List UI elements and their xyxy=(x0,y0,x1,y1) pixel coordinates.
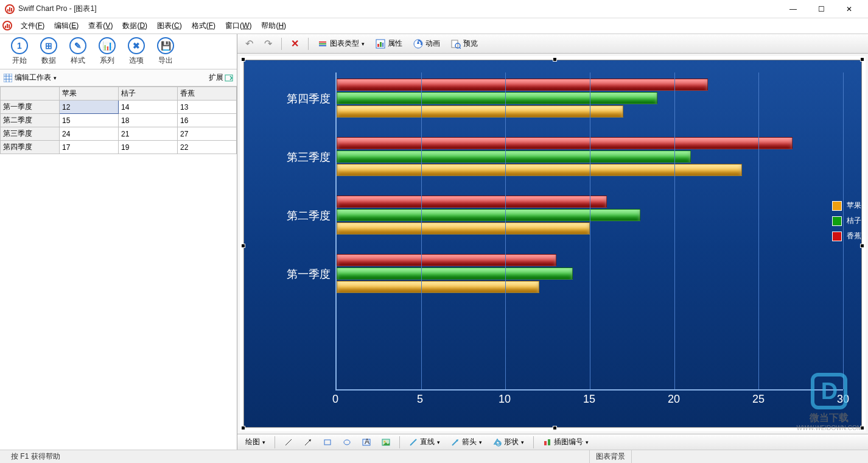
chart-type-button[interactable]: 图表类型 ▾ xyxy=(313,37,369,51)
grid-cell[interactable]: 15 xyxy=(60,114,119,127)
menu-数据[interactable]: 数据(D) xyxy=(117,19,152,33)
arrow-icon xyxy=(304,438,312,447)
row-header[interactable]: 第四季度 xyxy=(1,141,60,154)
grid-cell[interactable]: 13 xyxy=(178,101,237,114)
grid-cell[interactable]: 18 xyxy=(119,114,178,127)
grid-cell[interactable]: 24 xyxy=(60,127,119,141)
document-icon xyxy=(2,21,13,32)
export-icon: 💾 xyxy=(157,37,174,54)
menu-编辑[interactable]: 编辑(E) xyxy=(49,19,83,33)
shape-style-button[interactable]: 形状▾ xyxy=(489,435,528,450)
grid-cell[interactable]: 27 xyxy=(178,127,237,141)
chart-object[interactable]: 第四季度第三季度第二季度第一季度 051015202530 苹果桔子香蕉 xyxy=(243,60,862,428)
menu-帮助[interactable]: 帮助(H) xyxy=(256,19,291,33)
start-button[interactable]: 1开始 xyxy=(5,37,34,67)
rect-icon xyxy=(323,438,332,447)
minimize-button[interactable]: — xyxy=(779,0,807,18)
resize-handle[interactable] xyxy=(241,57,245,62)
resize-handle[interactable] xyxy=(860,426,864,430)
rect-tool[interactable] xyxy=(319,435,336,450)
bar-桔子[interactable] xyxy=(337,92,657,104)
col-header[interactable]: 苹果 xyxy=(60,87,119,101)
menu-查看[interactable]: 查看(V) xyxy=(83,19,117,33)
draw-menu-button[interactable]: 绘图▾ xyxy=(241,435,270,450)
data-button[interactable]: ⊞数据 xyxy=(34,37,63,67)
dropdown-icon: ▾ xyxy=(362,41,365,47)
text-tool[interactable]: A xyxy=(358,435,375,450)
line-style-icon xyxy=(409,438,418,447)
status-bar: 按 F1 获得帮助 图表背景 xyxy=(0,450,868,463)
chart-canvas[interactable]: 第四季度第三季度第二季度第一季度 051015202530 苹果桔子香蕉 xyxy=(240,56,866,431)
delete-button[interactable]: ✕ xyxy=(287,37,303,51)
close-button[interactable]: ✕ xyxy=(835,0,863,18)
arrow-tool[interactable] xyxy=(299,435,317,450)
bar-苹果[interactable] xyxy=(337,164,742,176)
bar-香蕉[interactable] xyxy=(337,79,708,91)
category-label: 第三季度 xyxy=(287,150,331,164)
ellipse-tool[interactable] xyxy=(338,435,355,450)
bar-苹果[interactable] xyxy=(337,105,623,118)
dropdown-icon[interactable]: ▾ xyxy=(54,75,57,81)
redo-button[interactable]: ↷ xyxy=(260,37,276,51)
properties-button[interactable]: 属性 xyxy=(371,37,407,51)
insert-number-button[interactable]: 插图编号▾ xyxy=(539,435,593,450)
bar-桔子[interactable] xyxy=(337,150,691,163)
export-button[interactable]: 💾导出 xyxy=(151,37,180,67)
bar-香蕉[interactable] xyxy=(337,196,607,208)
arrow-style-button[interactable]: 箭头▾ xyxy=(447,435,486,450)
menu-窗口[interactable]: 窗口(W) xyxy=(220,19,256,33)
series-icon: 📊 xyxy=(99,37,116,54)
row-header[interactable]: 第一季度 xyxy=(1,101,60,114)
data-grid[interactable]: 苹果桔子香蕉第一季度121413第二季度151816第三季度242127第四季度… xyxy=(0,87,237,450)
line-style-button[interactable]: 直线▾ xyxy=(405,435,444,450)
chart-legend[interactable]: 苹果桔子香蕉 xyxy=(832,200,861,241)
menu-格式[interactable]: 格式(F) xyxy=(187,19,220,33)
series-button[interactable]: 📊系列 xyxy=(93,37,122,67)
legend-item[interactable]: 桔子 xyxy=(832,216,861,226)
resize-handle[interactable] xyxy=(241,426,245,430)
options-button[interactable]: ✖选项 xyxy=(122,37,151,67)
col-header[interactable]: 香蕉 xyxy=(178,87,237,101)
col-header[interactable]: 桔子 xyxy=(119,87,178,101)
grid-cell[interactable]: 21 xyxy=(119,127,178,141)
edit-sheet-button[interactable]: 编辑工作表 xyxy=(15,72,51,83)
grid-cell[interactable]: 17 xyxy=(60,141,119,154)
draw-label: 绘图 xyxy=(245,437,260,447)
bar-香蕉[interactable] xyxy=(337,254,556,266)
grid-cell[interactable]: 14 xyxy=(119,101,178,114)
bar-桔子[interactable] xyxy=(337,209,640,221)
resize-handle[interactable] xyxy=(553,426,557,430)
resize-handle[interactable] xyxy=(553,57,557,62)
animation-button[interactable]: 动画 xyxy=(409,37,444,51)
expand-button[interactable]: 扩展 xyxy=(209,72,233,83)
resize-handle[interactable] xyxy=(860,244,864,248)
row-header[interactable]: 第三季度 xyxy=(1,127,60,141)
image-tool[interactable] xyxy=(377,435,394,450)
line-tool[interactable] xyxy=(280,435,297,450)
grid-cell[interactable]: 19 xyxy=(119,141,178,154)
style-button[interactable]: ✎样式 xyxy=(63,37,93,67)
chart-toolbar: ↶ ↷ ✕ 图表类型 ▾ 属性 动画 预览 xyxy=(237,34,868,54)
preview-button[interactable]: 预览 xyxy=(447,37,482,51)
grid-cell[interactable]: 16 xyxy=(178,114,237,127)
minimize-icon: — xyxy=(789,5,797,13)
legend-swatch xyxy=(832,216,842,226)
resize-handle[interactable] xyxy=(860,57,864,62)
bar-苹果[interactable] xyxy=(337,281,539,293)
menu-图表[interactable]: 图表(C) xyxy=(152,19,187,33)
legend-item[interactable]: 苹果 xyxy=(832,200,861,211)
svg-line-26 xyxy=(305,440,310,445)
col-header[interactable] xyxy=(1,87,60,101)
series-label: 系列 xyxy=(100,55,114,66)
undo-button[interactable]: ↶ xyxy=(241,37,257,51)
legend-item[interactable]: 香蕉 xyxy=(832,231,861,241)
row-header[interactable]: 第二季度 xyxy=(1,114,60,127)
bar-香蕉[interactable] xyxy=(337,137,793,149)
menu-文件[interactable]: 文件(F) xyxy=(16,19,49,33)
maximize-button[interactable]: ☐ xyxy=(807,0,835,18)
bar-苹果[interactable] xyxy=(337,222,590,235)
resize-handle[interactable] xyxy=(241,244,245,248)
grid-cell[interactable]: 12 xyxy=(60,101,119,114)
grid-cell[interactable]: 22 xyxy=(178,141,237,154)
bar-桔子[interactable] xyxy=(337,267,573,280)
